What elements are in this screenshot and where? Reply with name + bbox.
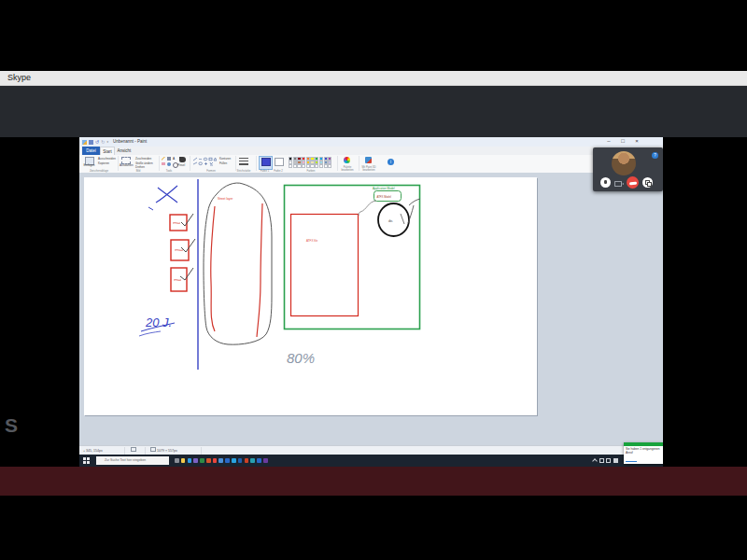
size-line-3	[239, 163, 248, 165]
picker-tool-icon[interactable]	[167, 162, 171, 166]
palette-swatch[interactable]	[297, 161, 301, 164]
remote-start-button[interactable]	[83, 457, 90, 464]
remote-taskbar-app-icon[interactable]	[218, 458, 223, 464]
palette-swatch[interactable]	[289, 164, 292, 168]
remote-taskbar-app-icon[interactable]	[238, 458, 243, 464]
palette-swatch[interactable]	[319, 164, 323, 168]
palette-swatch[interactable]	[306, 164, 310, 168]
brushes-icon[interactable]	[179, 157, 186, 162]
palette-swatch[interactable]	[310, 164, 314, 168]
remote-taskbar-app-icon[interactable]	[188, 458, 192, 464]
palette-swatch[interactable]	[293, 161, 297, 164]
info-icon[interactable]: i	[388, 159, 394, 165]
palette-swatch[interactable]	[293, 164, 297, 168]
remote-taskbar-app-icon[interactable]	[206, 458, 211, 464]
hangup-icon	[628, 181, 636, 185]
fill-tool-icon[interactable]	[167, 157, 171, 161]
remote-taskbar-app-icon[interactable]	[181, 458, 186, 464]
remote-tray-icon[interactable]	[599, 458, 604, 463]
palette-swatch[interactable]	[310, 161, 314, 164]
crop-button[interactable]: Zuschneiden	[135, 157, 151, 161]
remote-system-tray[interactable]	[593, 458, 618, 463]
palette-swatch[interactable]	[306, 157, 310, 161]
palette-swatch[interactable]	[297, 157, 301, 161]
connector-squiggle	[359, 201, 376, 216]
palette-swatch[interactable]	[302, 164, 305, 168]
outline-dropdown[interactable]: Konturen	[219, 157, 231, 161]
shapes-grid[interactable]	[192, 157, 217, 167]
eraser-tool-icon[interactable]	[162, 162, 165, 165]
remote-tray-chevron-icon[interactable]	[592, 458, 598, 464]
palette-swatch[interactable]	[319, 161, 323, 164]
palette-swatch[interactable]	[306, 161, 310, 164]
redo-icon[interactable]: ↻	[101, 139, 105, 145]
remote-taskbar-app-icon[interactable]	[263, 458, 268, 464]
palette-swatch[interactable]	[302, 157, 305, 161]
remote-taskbar-app-icon[interactable]	[193, 458, 198, 464]
palette-swatch[interactable]	[319, 157, 323, 161]
remote-taskbar-app-icon[interactable]	[250, 458, 255, 464]
palette-swatch[interactable]	[324, 161, 328, 164]
qat-dropdown-icon[interactable]: ▾	[106, 140, 108, 144]
paint3d-button[interactable]: Mit Paint 3D bearbeiten	[359, 166, 378, 172]
remote-tray-icon[interactable]	[613, 458, 618, 463]
edit-palette-icon[interactable]	[344, 157, 350, 163]
palette-swatch[interactable]	[328, 164, 331, 168]
palette-swatch[interactable]	[289, 161, 292, 164]
cut-button[interactable]: Ausschneiden	[98, 157, 116, 161]
remote-tray-icon[interactable]	[606, 458, 611, 463]
fill-dropdown[interactable]: Füllen	[219, 161, 227, 165]
palette-swatch[interactable]	[324, 157, 328, 161]
remote-taskbar-app-icon[interactable]	[200, 458, 204, 464]
palette-swatch[interactable]	[302, 161, 305, 164]
size-line-2	[239, 161, 248, 162]
select-button[interactable]: Auswählen	[120, 163, 134, 167]
paint-close-button[interactable]: ×	[631, 137, 642, 145]
palette-swatch[interactable]	[328, 161, 331, 164]
paint-canvas[interactable]: Street layer ATFX file Application Model…	[84, 177, 537, 415]
palette-swatch[interactable]	[315, 157, 318, 161]
copy-button[interactable]: Kopieren	[98, 161, 109, 165]
remote-taskbar-app-icon[interactable]	[245, 458, 249, 464]
remote-taskbar-app-icon[interactable]	[213, 458, 218, 464]
skype-titlebar[interactable]: Skype	[0, 71, 747, 86]
canvas-drawing: Street layer ATFX file Application Model…	[84, 177, 537, 415]
remote-search-box[interactable]: Zur Suche Text hier eingeben	[96, 456, 169, 465]
camera-icon[interactable]	[614, 181, 622, 187]
edit-palette-button[interactable]: Palette bearbeiten	[339, 166, 356, 172]
palette-swatch[interactable]	[310, 157, 314, 161]
tab-view[interactable]: Ansicht	[115, 147, 134, 155]
tab-file[interactable]: Datei	[82, 147, 100, 155]
hangup-button[interactable]	[627, 176, 639, 189]
paint-maximize-button[interactable]: □	[617, 137, 628, 145]
palette-swatch[interactable]	[315, 164, 318, 168]
tab-home[interactable]: Start	[100, 147, 115, 155]
paint3d-icon[interactable]	[365, 157, 372, 163]
color2-swatch[interactable]	[275, 158, 284, 166]
screenshare-button[interactable]	[642, 177, 653, 188]
paint-titlebar[interactable]: ↺ ↻ ▾ Unbenannt - Paint – □ ×	[79, 137, 663, 147]
pencil-tool-icon[interactable]	[162, 157, 165, 161]
remote-taskbar-app-icon[interactable]	[225, 458, 230, 464]
remote-taskbar-app-icon[interactable]	[232, 458, 236, 464]
paint-minimize-button[interactable]: –	[603, 137, 614, 145]
paste-button[interactable]: Einfügen	[81, 163, 97, 167]
text-tool-icon[interactable]: A	[173, 157, 175, 161]
brushes-button[interactable]: Pinsel	[177, 163, 185, 167]
resize-button[interactable]: Größe ändern	[135, 161, 153, 165]
palette-swatch[interactable]	[297, 164, 301, 168]
palette-swatch[interactable]	[324, 164, 328, 168]
palette-swatch[interactable]	[328, 157, 331, 161]
undo-icon[interactable]: ↺	[95, 139, 99, 145]
missed-call-notification[interactable]: Sie haben 1 entgangenen Anruf	[624, 442, 663, 464]
palette-swatch[interactable]	[315, 161, 318, 164]
remote-taskbar-app-icon[interactable]	[175, 458, 179, 464]
note-80: 80%	[287, 350, 315, 366]
help-icon[interactable]: ?	[652, 152, 658, 159]
palette-swatch[interactable]	[293, 157, 297, 161]
remote-taskbar-app-icon[interactable]	[257, 458, 261, 464]
palette-swatch[interactable]	[289, 157, 292, 161]
save-icon[interactable]	[89, 140, 93, 145]
mic-button[interactable]	[600, 177, 611, 188]
color1-swatch[interactable]	[261, 158, 271, 166]
